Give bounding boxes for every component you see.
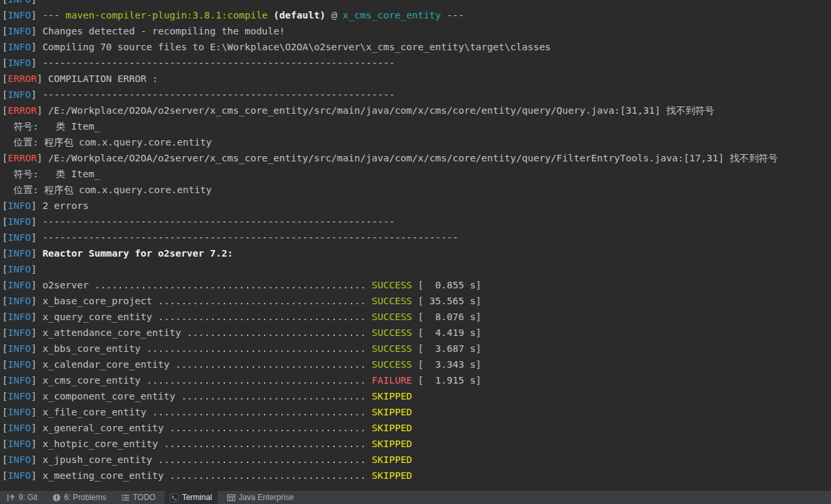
terminal-line: [INFO] x_cms_core_entity ...............… [2, 372, 831, 388]
terminal-line: [ERROR] /E:/Workplace/O2OA/o2server/x_cm… [2, 150, 831, 166]
statusbar-tab-label: 6: Problems [64, 493, 107, 502]
terminal-line: [INFO] [2, 0, 831, 7]
terminal-line: [INFO] x_calendar_core_entity ..........… [2, 357, 831, 372]
terminal-line: [INFO] x_hotpic_core_entity ............… [2, 436, 831, 452]
statusbar-tab-todo[interactable]: TODO [116, 491, 161, 504]
terminal-line: [INFO] Reactor Summary for o2server 7.2: [2, 245, 831, 261]
statusbar-tab-label: Java Enterprise [239, 493, 294, 502]
terminal-line: [INFO] x_attendance_core_entity ........… [2, 325, 831, 341]
terminal-output: [INFO][INFO] --- maven-compiler-plugin:3… [2, 0, 831, 483]
terminal-line: [INFO] ---------------------------------… [2, 55, 831, 71]
terminal-line: [INFO] x_general_core_entity ...........… [2, 420, 831, 436]
statusbar-tab-terminal[interactable]: Terminal [165, 491, 217, 504]
terminal-panel[interactable]: [INFO][INFO] --- maven-compiler-plugin:3… [0, 0, 831, 490]
statusbar-tab-label: TODO [133, 493, 155, 502]
terminal-line: [INFO] x_jpush_core_entity .............… [2, 452, 831, 468]
statusbar-tab-label: 9: Git [19, 493, 38, 502]
todo-icon [121, 493, 130, 502]
git-icon [7, 493, 15, 502]
statusbar-tab-git[interactable]: 9: Git [1, 491, 43, 504]
status-bar: 9: Git6: ProblemsTODOTerminalJava Enterp… [0, 490, 831, 504]
terminal-line: 符号: 类 Item_ [2, 118, 831, 134]
terminal-line: [INFO] ---------------------------------… [2, 214, 831, 230]
terminal-line: 位置: 程序包 com.x.query.core.entity [2, 182, 831, 198]
terminal-line: [INFO] x_query_core_entity .............… [2, 309, 831, 325]
problems-icon [52, 493, 61, 502]
terminal-line: [INFO] x_meeting_core_entity ...........… [2, 468, 831, 483]
terminal-line: [INFO] x_file_core_entity ..............… [2, 404, 831, 420]
terminal-line: [INFO] x_component_core_entity .........… [2, 388, 831, 404]
terminal-line: 位置: 程序包 com.x.query.core.entity [2, 134, 831, 150]
terminal-line: [ERROR] COMPILATION ERROR : [2, 71, 831, 87]
terminal-line: [INFO] --- maven-compiler-plugin:3.8.1:c… [2, 7, 831, 23]
terminal-line: 符号: 类 Item_ [2, 166, 831, 182]
statusbar-tab-java-enterprise[interactable]: Java Enterprise [222, 491, 299, 504]
terminal-line: [INFO] x_base_core_project .............… [2, 293, 831, 309]
terminal-line: [INFO] o2server ........................… [2, 277, 831, 293]
statusbar-tab-label: Terminal [182, 493, 212, 502]
terminal-line: [ERROR] /E:/Workplace/O2OA/o2server/x_cm… [2, 103, 831, 118]
terminal-line: [INFO] ---------------------------------… [2, 87, 831, 103]
terminal-line: [INFO] 2 errors [2, 198, 831, 214]
terminal-line: [INFO] x_bbs_core_entity ...............… [2, 341, 831, 357]
terminal-line: [INFO] ---------------------------------… [2, 230, 831, 245]
terminal-line: [INFO] Changes detected - recompiling th… [2, 23, 831, 39]
java-enterprise-icon [227, 493, 236, 502]
terminal-line: [INFO] Compiling 70 source files to E:\W… [2, 39, 831, 55]
statusbar-tab-problems[interactable]: 6: Problems [47, 491, 112, 504]
terminal-line: [INFO] [2, 261, 831, 277]
terminal-icon [170, 493, 179, 502]
